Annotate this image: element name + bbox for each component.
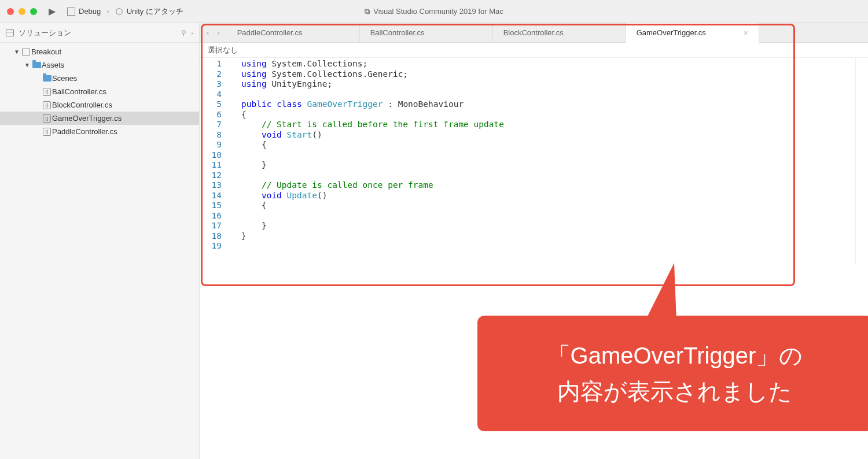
csharp-file-icon: {} [42,88,52,96]
tab-ball[interactable]: BallController.cs [360,23,493,42]
tree-assets-label: Assets [42,61,64,69]
line-number-gutter: 12345678910111213141516171819 [200,59,241,251]
editor-margin-line [855,58,856,265]
tab-label: GameOverTrigger.cs [637,28,706,37]
csharp-file-icon: {} [42,114,52,123]
toolbar-config[interactable]: Debug › Unity にアタッチ [67,6,183,17]
debug-label: Debug [79,7,101,16]
tree-file-label: BlockController.cs [52,101,112,109]
run-play-icon[interactable]: ▶ [49,6,56,17]
traffic-lights [7,8,37,15]
tab-label: BallController.cs [370,28,425,37]
chevron-down-icon: ▼ [23,62,31,68]
window-title-text: Visual Studio Community 2019 for Mac [373,7,503,16]
folder-icon [42,75,52,82]
sidebar: ソリューション ⚲ › ▼ Breakout ▼ Assets Scenes [0,23,200,459]
tab-label: BlockController.cs [503,28,564,37]
unity-icon [115,8,123,16]
tree-file-paddle[interactable]: {} PaddleController.cs [0,125,199,138]
solution-panel-title: ソリューション [19,28,71,38]
pin-icon[interactable]: ⚲ [181,29,186,37]
tree-file-ball[interactable]: {} BallController.cs [0,85,199,98]
callout-text: 「GameOverTrigger」の 内容が表示されました [547,338,803,409]
tree-scenes[interactable]: Scenes [0,72,199,85]
chevron-down-icon: ▼ [13,49,21,55]
unity-attach-label: Unity にアタッチ [127,6,183,17]
tab-gameover[interactable]: GameOverTrigger.cs × [626,23,759,43]
close-window-icon[interactable] [7,8,14,15]
tree-file-block[interactable]: {} BlockController.cs [0,98,199,112]
panel-menu-chevron-icon[interactable]: › [191,29,193,36]
tab-label: PaddleController.cs [237,28,303,37]
tree-project-label: Breakout [31,47,61,56]
code-content[interactable]: using System.Collections;using System.Co… [241,59,504,251]
tree-file-gameover[interactable]: {} GameOverTrigger.cs [0,112,199,125]
tab-block[interactable]: BlockController.cs [493,23,626,42]
tree-file-label: GameOverTrigger.cs [52,114,122,123]
csharp-file-icon: {} [42,101,52,109]
editor-breadcrumb[interactable]: 選択なし [200,43,868,58]
tab-paddle[interactable]: PaddleController.cs [227,23,360,42]
window-title: ⧉ Visual Studio Community 2019 for Mac [365,7,503,16]
editor-area: ‹ › PaddleController.cs BallController.c… [200,23,868,459]
tree-project[interactable]: ▼ Breakout [0,45,199,58]
nav-forward-icon[interactable]: › [217,28,219,37]
minimize-window-icon[interactable] [19,8,25,15]
tree-scenes-label: Scenes [52,74,77,83]
editor-tabs: ‹ › PaddleController.cs BallController.c… [200,23,868,43]
breadcrumb-text: 選択なし [208,45,238,55]
annotation-callout: 「GameOverTrigger」の 内容が表示されました [477,316,868,431]
csharp-file-icon: {} [42,128,52,136]
folder-icon [31,62,42,68]
close-tab-icon[interactable]: × [744,28,748,38]
maximize-window-icon[interactable] [30,8,37,15]
titlebar: ▶ Debug › Unity にアタッチ ⧉ Visual Studio Co… [0,0,868,23]
tree-file-label: PaddleController.cs [52,127,117,136]
callout-arrow-icon [645,263,676,321]
tree-assets[interactable]: ▼ Assets [0,58,199,72]
nav-back-icon[interactable]: ‹ [207,28,209,37]
project-icon [21,49,31,55]
solution-panel-icon [6,29,14,36]
tab-nav: ‹ › [200,23,227,42]
code-editor[interactable]: 12345678910111213141516171819 using Syst… [200,58,868,251]
visual-studio-icon: ⧉ [365,7,370,16]
target-icon [67,8,75,16]
tree-file-label: BallController.cs [52,87,106,96]
separator-chevron-icon: › [106,7,109,16]
solution-panel-header: ソリューション ⚲ › [0,23,199,43]
solution-tree: ▼ Breakout ▼ Assets Scenes {} BallContro… [0,43,199,140]
